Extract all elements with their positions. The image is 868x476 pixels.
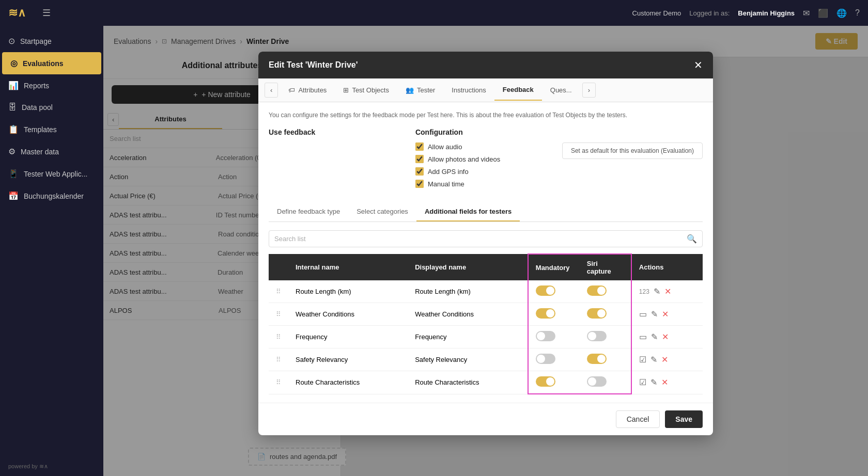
screen-icon[interactable]: ▭ xyxy=(639,332,647,342)
modal-close-button[interactable]: ✕ xyxy=(694,59,703,71)
sidebar-item-buchungskalender[interactable]: 📅 Buchungskalender xyxy=(0,185,103,207)
modal-tab-prev[interactable]: ‹ xyxy=(265,83,278,98)
mandatory-toggle-5[interactable] xyxy=(536,376,555,387)
inner-tab-feedback-type[interactable]: Define feedback type xyxy=(269,202,348,221)
siri-toggle-5[interactable] xyxy=(587,376,607,387)
drag-handle-icon[interactable]: ⠿ xyxy=(276,288,281,295)
logged-as-label: Logged in as: xyxy=(689,9,730,17)
tab-instructions[interactable]: Instructions xyxy=(443,80,494,100)
datapool-icon: 🗄 xyxy=(8,103,17,112)
action-icons: ▭ ✎ ✕ xyxy=(639,309,695,319)
tab-tester[interactable]: 👥 Tester xyxy=(397,80,443,100)
edit-icon[interactable]: ✎ xyxy=(651,332,658,342)
templates-icon: 📋 xyxy=(8,124,19,134)
delete-icon[interactable]: ✕ xyxy=(662,309,669,319)
modal-tab-next[interactable]: › xyxy=(582,83,596,98)
allow-photos-checkbox[interactable]: Allow photos and videos xyxy=(415,155,541,163)
drag-handle-icon[interactable]: ⠿ xyxy=(276,333,281,341)
mail-icon[interactable]: ✉ xyxy=(803,8,810,18)
th-displayed-name: Displayed name xyxy=(408,254,528,280)
allow-audio-checkbox[interactable]: Allow audio xyxy=(415,142,541,151)
drag-handle-icon[interactable]: ⠿ xyxy=(276,378,281,386)
sidebar-item-label: Reports xyxy=(24,82,49,90)
th-siri-capture: Siri capture xyxy=(580,254,631,280)
set-default-button[interactable]: Set as default for this evaluation (Eval… xyxy=(562,142,703,159)
displayed-name-cell: Weather Conditions xyxy=(408,303,528,326)
delete-icon[interactable]: ✕ xyxy=(661,377,668,387)
th-internal-name: Internal name xyxy=(288,254,408,280)
manual-time-checkbox[interactable]: Manual time xyxy=(415,180,541,188)
modal-title: Edit Test 'Winter Drive' xyxy=(269,60,358,70)
siri-toggle-3[interactable] xyxy=(587,331,607,341)
table-row: ⠿ Safety Relevancy Safety Relevancy ☑ xyxy=(269,348,703,371)
evaluations-icon: ◎ xyxy=(10,58,18,68)
cancel-button[interactable]: Cancel xyxy=(616,410,660,428)
siri-cell xyxy=(580,348,631,371)
sidebar-item-evaluations[interactable]: ◎ Evaluations xyxy=(2,52,101,74)
sidebar-item-tester-web[interactable]: 📱 Tester Web Applic... xyxy=(0,163,103,185)
actions-cell: ▭ ✎ ✕ xyxy=(631,326,703,348)
globe-icon[interactable]: 🌐 xyxy=(836,8,847,18)
table-search-input[interactable] xyxy=(274,235,683,243)
modal-footer: Cancel Save xyxy=(258,403,713,435)
help-icon[interactable]: ? xyxy=(855,8,860,18)
sidebar-item-templates[interactable]: 📋 Templates xyxy=(0,118,103,140)
mandatory-toggle-3[interactable] xyxy=(536,331,555,341)
top-nav-right: Customer Demo Logged in as: Benjamin Hig… xyxy=(632,8,860,18)
action-icons: ☑ ✎ ✕ xyxy=(639,377,695,387)
username: Benjamin Higgins xyxy=(738,9,795,17)
modal-tabs: ‹ 🏷 Attributes ⊞ Test Objects 👥 Tester I… xyxy=(258,78,713,102)
actions-cell: ☑ ✎ ✕ xyxy=(631,371,703,394)
masterdata-icon: ⚙ xyxy=(8,147,16,156)
sidebar-item-label: Tester Web Applic... xyxy=(24,170,87,178)
mandatory-cell xyxy=(528,326,580,348)
save-button[interactable]: Save xyxy=(665,410,703,428)
tab-questions[interactable]: Ques... xyxy=(542,80,580,100)
sidebar-item-datapool[interactable]: 🗄 Data pool xyxy=(0,97,103,118)
internal-name-cell: Route Length (km) xyxy=(288,280,408,303)
drag-handle-cell: ⠿ xyxy=(269,303,288,326)
edit-icon[interactable]: ✎ xyxy=(650,377,657,387)
screen-icon[interactable]: ▭ xyxy=(639,309,647,319)
mandatory-toggle-4[interactable] xyxy=(536,354,555,364)
edit-icon[interactable]: ✎ xyxy=(650,355,657,364)
tab-attributes[interactable]: 🏷 Attributes xyxy=(280,80,335,100)
edit-icon[interactable]: ✎ xyxy=(651,309,658,319)
tab-test-objects[interactable]: ⊞ Test Objects xyxy=(335,80,397,100)
delete-icon[interactable]: ✕ xyxy=(662,332,669,342)
tab-feedback[interactable]: Feedback xyxy=(494,80,542,101)
delete-icon[interactable]: ✕ xyxy=(664,287,671,296)
delete-icon[interactable]: ✕ xyxy=(661,355,668,364)
mandatory-cell xyxy=(528,303,580,326)
sidebar-item-reports[interactable]: 📊 Reports xyxy=(0,74,103,97)
siri-toggle-4[interactable] xyxy=(587,354,607,364)
action-icons: ☑ ✎ ✕ xyxy=(639,355,695,364)
mandatory-toggle-1[interactable] xyxy=(536,285,555,296)
info-text: You can configure the settings for the f… xyxy=(269,110,703,120)
inner-tab-additional-fields[interactable]: Additional fields for testers xyxy=(416,202,520,221)
check-icon[interactable]: ☑ xyxy=(639,355,646,364)
siri-toggle-2[interactable] xyxy=(587,308,607,319)
sidebar-item-startpage[interactable]: ⊙ Startpage xyxy=(0,30,103,52)
drag-handle-icon[interactable]: ⠿ xyxy=(276,310,281,318)
siri-cell xyxy=(580,326,631,348)
tester-web-icon: 📱 xyxy=(8,169,19,179)
modal-body: You can configure the settings for the f… xyxy=(258,102,713,403)
home-icon: ⊙ xyxy=(8,36,15,46)
drag-handle-cell: ⠿ xyxy=(269,348,288,371)
sidebar-toggle[interactable]: ☰ xyxy=(42,7,51,19)
logout-icon[interactable]: ⬛ xyxy=(818,8,828,18)
siri-cell xyxy=(580,280,631,303)
inner-tab-categories[interactable]: Select categories xyxy=(348,202,416,221)
th-drag xyxy=(269,254,288,280)
sidebar-item-masterdata[interactable]: ⚙ Master data xyxy=(0,140,103,163)
add-gps-checkbox[interactable]: Add GPS info xyxy=(415,167,541,176)
drag-handle-icon[interactable]: ⠿ xyxy=(276,356,281,363)
mandatory-toggle-2[interactable] xyxy=(536,308,555,319)
check-icon[interactable]: ☑ xyxy=(639,377,646,387)
tag-icon: 🏷 xyxy=(288,86,295,94)
edit-icon[interactable]: ✎ xyxy=(654,287,660,296)
table-row: ⠿ Frequency Frequency ▭ ✎ xyxy=(269,326,703,348)
sidebar-item-label: Data pool xyxy=(22,103,53,112)
siri-toggle-1[interactable] xyxy=(587,285,607,296)
